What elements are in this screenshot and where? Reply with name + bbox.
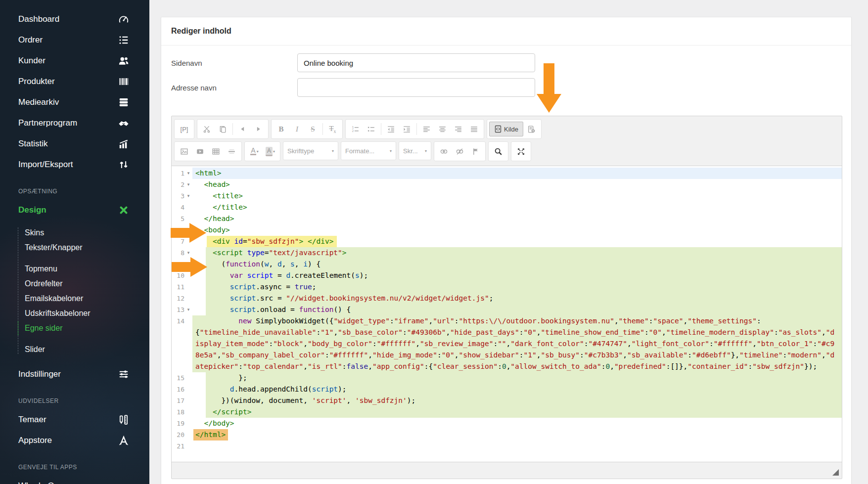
themes-icon xyxy=(118,414,130,426)
numbered-list-button[interactable]: 12 xyxy=(348,122,363,136)
align-left-button[interactable] xyxy=(419,122,434,136)
main-content: Rediger indhold SidenavnAdresse navn [P]… xyxy=(149,0,868,484)
sidenavn-input[interactable] xyxy=(297,53,535,72)
bulleted-list-button[interactable] xyxy=(364,122,379,136)
sidebar-item-label: Produkter xyxy=(18,77,55,87)
fold-arrow-icon[interactable]: ▾ xyxy=(184,247,192,259)
sidebar-subitem-emailskabeloner[interactable]: Emailskabeloner xyxy=(0,291,149,306)
undo-button[interactable] xyxy=(235,122,250,136)
search-button[interactable] xyxy=(491,144,506,159)
code-text: </html> xyxy=(192,429,842,440)
adresse-navn-input[interactable] xyxy=(297,78,535,97)
sidebar-subitem-udskriftskabeloner[interactable]: Udskriftskabeloner xyxy=(0,306,149,321)
clipboard-group xyxy=(197,119,269,139)
fold-arrow-icon[interactable]: ▾ xyxy=(184,168,192,179)
unlink-button[interactable] xyxy=(452,144,467,159)
sidebar-subitem-ordrefelter[interactable]: Ordrefelter xyxy=(0,276,149,291)
orders-icon xyxy=(118,34,130,46)
sidebar-subitem-topmenu[interactable]: Topmenu xyxy=(0,262,149,276)
copy-button[interactable] xyxy=(215,122,230,136)
video-icon xyxy=(196,147,204,156)
sidebar-item-dashboard[interactable]: Dashboard xyxy=(0,9,149,30)
text-color-icon: A xyxy=(250,147,256,155)
links-group xyxy=(434,141,486,161)
line-number: 20 xyxy=(172,429,184,440)
sidebar-subitem-egne-sider[interactable]: Egne sider xyxy=(0,321,149,336)
redo-icon xyxy=(254,125,263,133)
fold-arrow-icon[interactable]: ▾ xyxy=(184,304,192,315)
line-number: 5 xyxy=(172,213,184,224)
align-justify-button[interactable] xyxy=(466,122,482,136)
code-line-12: 12 script.src = "//widget.bookingsystem.… xyxy=(172,293,842,304)
size-dropdown[interactable]: Skr...▾ xyxy=(399,141,431,160)
sidebar-item-import-eksport[interactable]: Import/Eksport xyxy=(0,154,149,175)
maximize-button[interactable] xyxy=(513,144,529,159)
sidebar-item-statistik[interactable]: Statistik xyxy=(0,133,149,154)
link-button[interactable] xyxy=(436,144,452,159)
sidebar-item-ordrer[interactable]: Ordrer xyxy=(0,30,149,50)
sidebar-item-produkter[interactable]: Produkter xyxy=(0,71,149,92)
fold-arrow-icon[interactable]: ▾ xyxy=(184,259,192,270)
unlink-icon xyxy=(456,147,464,156)
video-button[interactable] xyxy=(192,144,208,159)
sidebar-item-mediearkiv[interactable]: Mediearkiv xyxy=(0,92,149,113)
bg-color-button[interactable]: A▾ xyxy=(263,144,278,159)
resize-handle[interactable] xyxy=(832,469,839,476)
copy-icon xyxy=(219,125,227,133)
sidebar-item-indstillinger[interactable]: Indstillinger xyxy=(0,364,149,385)
bold-button[interactable]: B xyxy=(274,122,289,136)
line-number: 8 xyxy=(172,247,184,259)
outdent-button[interactable] xyxy=(383,122,399,136)
templates-icon xyxy=(527,125,536,133)
fold-arrow-icon[interactable]: ▾ xyxy=(184,179,192,190)
horizontal-rule-button[interactable] xyxy=(224,144,239,159)
sidebar-item-partnerprogram[interactable]: Partnerprogram xyxy=(0,113,149,133)
text-color-button[interactable]: A▾ xyxy=(247,144,262,159)
line-number: 13 xyxy=(172,304,184,315)
remove-format-button[interactable]: Tx xyxy=(325,122,340,136)
align-right-button[interactable] xyxy=(451,122,466,136)
code-line-16: 16 d.head.appendChild(script); xyxy=(172,384,842,395)
fold-arrow-icon[interactable]: ▾ xyxy=(184,190,192,202)
table-button[interactable] xyxy=(208,144,224,159)
code-text: (function(w, d, s, i) { xyxy=(192,259,842,270)
orange-highlight: </html> xyxy=(193,429,228,440)
anchor-button[interactable] xyxy=(468,144,483,159)
indent-button[interactable] xyxy=(399,122,414,136)
line-number: 3 xyxy=(172,190,184,202)
table-icon xyxy=(212,147,220,156)
code-line-3: 3▾ <title> xyxy=(172,190,842,202)
templates-button[interactable] xyxy=(524,122,539,136)
source-button[interactable]: Kilde xyxy=(489,122,523,136)
sidebar-item-who-is-on[interactable]: Who-Is-On xyxy=(0,476,149,484)
sidebar-subitem-tekster-knapper[interactable]: Tekster/Knapper xyxy=(0,240,149,255)
code-text: <body> xyxy=(192,224,842,236)
code-line-8: 8▾ <script type="text/javascript"> xyxy=(172,247,842,259)
fold-arrow-icon[interactable]: ▾ xyxy=(184,224,192,236)
toolbar-separator xyxy=(416,123,417,135)
undo-icon xyxy=(238,125,247,133)
sidebar-subitem-skins[interactable]: Skins xyxy=(0,225,149,240)
code-line-2: 2▾ <head> xyxy=(172,179,842,190)
sidebar-subitem-slider[interactable]: Slider xyxy=(0,342,149,357)
italic-button[interactable]: I xyxy=(289,122,305,136)
cut-button[interactable] xyxy=(199,122,215,136)
image-button[interactable] xyxy=(177,144,192,159)
sidebar-item-appstore[interactable]: Appstore xyxy=(0,430,149,451)
strikethrough-button[interactable]: S xyxy=(305,122,320,136)
code-line-7: 7 <div id="sbw_sdfzjn"> </div> xyxy=(172,236,842,247)
sidebar-item-design[interactable]: Design xyxy=(0,200,149,220)
align-center-button[interactable] xyxy=(435,122,450,136)
sidebar-section-label: UDVIDELSER xyxy=(0,397,149,404)
source-code-area[interactable]: 1▾<html>2▾ <head>3▾ <title>4 </title>5 <… xyxy=(172,166,842,462)
code-text: </head> xyxy=(192,213,842,224)
format-dropdown[interactable]: Formate...▾ xyxy=(341,141,396,160)
font-dropdown[interactable]: Skrifttype▾ xyxy=(283,141,338,160)
indent-icon xyxy=(403,125,411,133)
sidebar-item-temaer[interactable]: Temaer xyxy=(0,409,149,430)
rich-text-editor: [P]BISTx12Kilde A▾A▾Skrifttype▾Formate..… xyxy=(171,116,842,479)
sidebar-item-label: Mediearkiv xyxy=(18,97,59,107)
sidebar-item-kunder[interactable]: Kunder xyxy=(0,50,149,71)
element-path-button[interactable]: [P] xyxy=(177,122,192,136)
redo-button[interactable] xyxy=(251,122,266,136)
